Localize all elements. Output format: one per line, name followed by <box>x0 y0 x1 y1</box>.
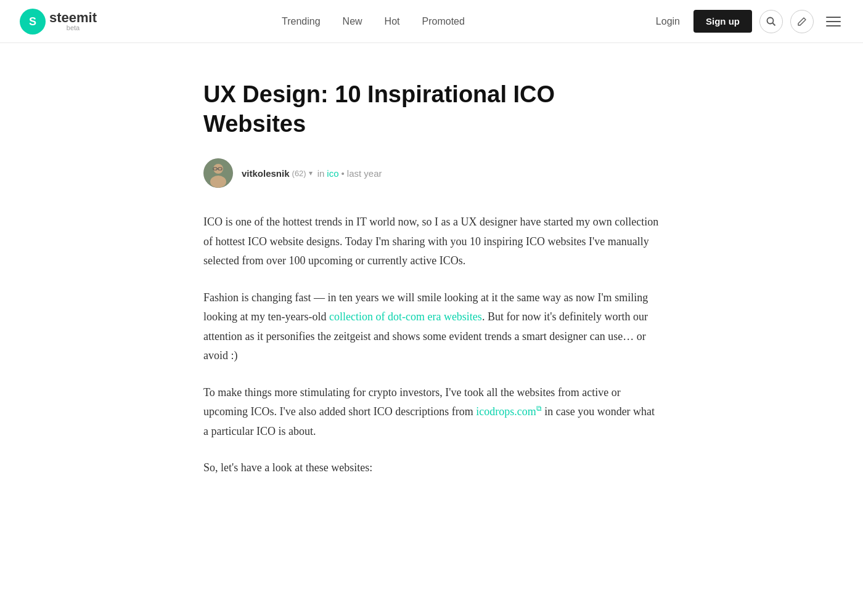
svg-point-2 <box>767 17 774 23</box>
paragraph-4-text: So, let's have a look at these websites: <box>203 461 372 474</box>
hamburger-line-2 <box>826 21 841 22</box>
logo-area: S steemit beta <box>20 9 97 34</box>
author-avatar[interactable] <box>203 158 233 188</box>
article-content: UX Design: 10 Inspirational ICO Websites… <box>191 80 672 545</box>
separator-dot: • <box>342 168 345 179</box>
paragraph-3: To make things more stimulating for cryp… <box>203 383 660 442</box>
article-title: UX Design: 10 Inspirational ICO Websites <box>203 80 660 139</box>
author-username[interactable]: vitkolesnik <box>242 168 290 179</box>
nav-link-hot[interactable]: Hot <box>385 16 400 27</box>
paragraph-1-text: ICO is one of the hottest trends in IT w… <box>203 216 658 267</box>
logo-beta-text: beta <box>49 25 97 31</box>
author-meta: vitkolesnik (62) ▾ in ico • last year <box>242 168 382 179</box>
nav-link-promoted[interactable]: Promoted <box>422 16 465 27</box>
edit-icon <box>797 17 807 26</box>
author-row: vitkolesnik (62) ▾ in ico • last year <box>203 158 660 188</box>
search-icon <box>766 17 776 26</box>
post-time: last year <box>347 168 382 179</box>
signup-button[interactable]: Sign up <box>693 10 752 33</box>
hamburger-line-3 <box>826 25 841 26</box>
in-label: in <box>317 168 325 179</box>
external-link-icon: ⧉ <box>536 404 542 413</box>
hamburger-menu-button[interactable] <box>824 14 843 29</box>
article-body: ICO is one of the hottest trends in IT w… <box>203 213 660 478</box>
nav-links: Trending New Hot Promoted <box>282 16 465 27</box>
nav-actions: Login Sign up <box>650 10 843 33</box>
logo-brand-text: steemit <box>49 11 97 25</box>
svg-text:S: S <box>29 15 36 28</box>
author-dropdown-icon[interactable]: ▾ <box>309 169 313 177</box>
navbar: S steemit beta Trending New Hot Promoted… <box>0 0 863 43</box>
svg-point-9 <box>210 176 226 188</box>
paragraph-2: Fashion is changing fast — in ten years … <box>203 288 660 366</box>
login-button[interactable]: Login <box>650 12 686 31</box>
svg-line-3 <box>773 23 775 25</box>
search-button[interactable] <box>759 10 783 33</box>
dotcom-link[interactable]: collection of dot-com era websites <box>329 310 482 323</box>
category-link[interactable]: ico <box>327 168 338 179</box>
steemit-logo-icon[interactable]: S <box>20 9 46 34</box>
nav-link-trending[interactable]: Trending <box>282 16 321 27</box>
logo-text-area: steemit beta <box>49 11 97 31</box>
author-reputation: (62) <box>292 169 306 178</box>
icodrops-link[interactable]: icodrops.com⧉ <box>476 405 541 418</box>
compose-button[interactable] <box>790 10 814 33</box>
paragraph-1: ICO is one of the hottest trends in IT w… <box>203 213 660 271</box>
avatar-image <box>203 158 233 188</box>
nav-link-new[interactable]: New <box>343 16 362 27</box>
paragraph-4: So, let's have a look at these websites: <box>203 458 660 478</box>
hamburger-line-1 <box>826 17 841 18</box>
